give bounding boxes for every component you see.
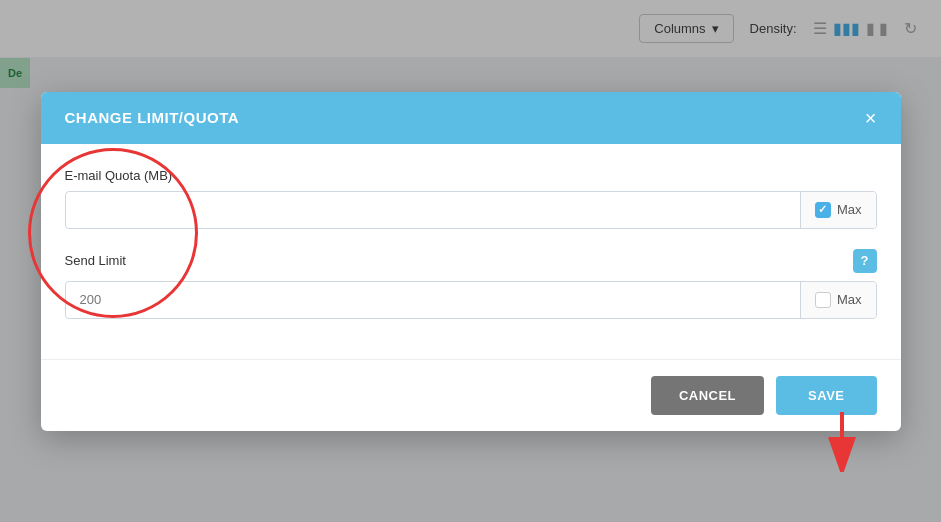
modal-footer: CANCEL SAVE bbox=[41, 359, 901, 431]
send-limit-label: Send Limit bbox=[65, 253, 126, 268]
send-limit-input[interactable] bbox=[66, 282, 800, 317]
change-limit-modal: CHANGE LIMIT/QUOTA × E-mail Quota (MB) M… bbox=[41, 92, 901, 431]
send-limit-help-icon[interactable]: ? bbox=[853, 249, 877, 273]
modal-title: CHANGE LIMIT/QUOTA bbox=[65, 109, 240, 126]
send-limit-max-checkbox[interactable] bbox=[815, 292, 831, 308]
modal-header: CHANGE LIMIT/QUOTA × bbox=[41, 92, 901, 144]
save-button[interactable]: SAVE bbox=[776, 376, 876, 415]
modal-overlay: CHANGE LIMIT/QUOTA × E-mail Quota (MB) M… bbox=[0, 0, 941, 522]
send-limit-field-group: Send Limit ? Max bbox=[65, 249, 877, 319]
send-limit-header: Send Limit ? bbox=[65, 249, 877, 273]
email-quota-label: E-mail Quota (MB) bbox=[65, 168, 877, 183]
email-quota-max: Max bbox=[800, 192, 876, 228]
email-quota-max-label: Max bbox=[837, 202, 862, 217]
send-limit-row: Max bbox=[65, 281, 877, 319]
cancel-button[interactable]: CANCEL bbox=[651, 376, 764, 415]
send-limit-max: Max bbox=[800, 282, 876, 318]
email-quota-input[interactable] bbox=[66, 192, 800, 227]
email-quota-field-group: E-mail Quota (MB) Max bbox=[65, 168, 877, 229]
send-limit-max-label: Max bbox=[837, 292, 862, 307]
email-quota-max-checkbox[interactable] bbox=[815, 202, 831, 218]
modal-body: E-mail Quota (MB) Max Send Limit ? bbox=[41, 144, 901, 359]
modal-close-button[interactable]: × bbox=[865, 108, 877, 128]
email-quota-row: Max bbox=[65, 191, 877, 229]
